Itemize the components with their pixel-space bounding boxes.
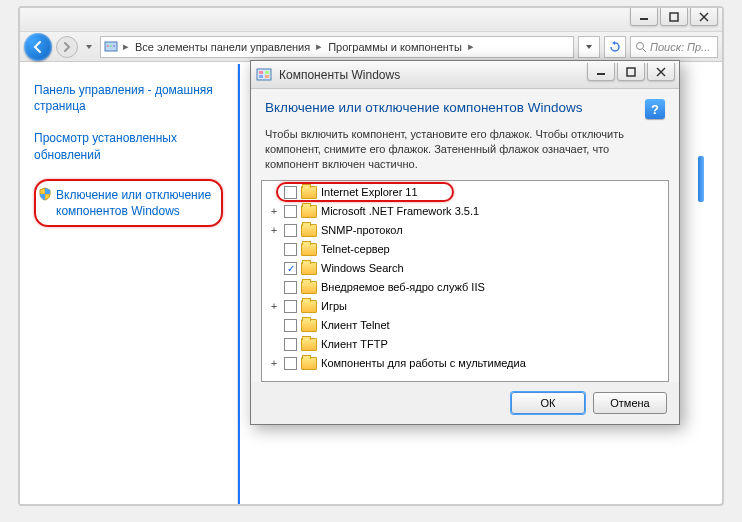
scrollbar-thumb[interactable] xyxy=(698,156,704,202)
svg-rect-16 xyxy=(627,68,635,76)
maximize-button[interactable] xyxy=(660,8,688,26)
breadcrumb-arrow: ▸ xyxy=(121,40,131,53)
folder-icon xyxy=(301,243,317,256)
tree-item-label: SNMP-протокол xyxy=(321,224,403,236)
breadcrumb-dropdown[interactable] xyxy=(578,36,600,58)
expand-toggle[interactable]: + xyxy=(268,206,280,217)
svg-line-3 xyxy=(700,13,708,21)
nav-back-button[interactable] xyxy=(24,33,52,61)
tree-item[interactable]: Клиент TFTP xyxy=(262,335,668,354)
dialog-buttonbar: ОК Отмена xyxy=(251,382,679,424)
search-input[interactable]: Поиск: Пр... xyxy=(630,36,718,58)
search-icon xyxy=(635,41,647,53)
tree-item-label: Игры xyxy=(321,300,347,312)
tree-item-label: Internet Explorer 11 xyxy=(321,186,418,198)
dialog-maximize-button[interactable] xyxy=(617,63,645,81)
dialog-icon xyxy=(255,66,273,84)
folder-icon xyxy=(301,186,317,199)
breadcrumb-arrow: ▸ xyxy=(466,40,476,53)
tree-item[interactable]: +SNMP-протокол xyxy=(262,221,668,240)
shield-icon xyxy=(38,187,52,205)
checkbox[interactable] xyxy=(284,205,297,218)
dialog-heading: Включение или отключение компонентов Win… xyxy=(265,99,637,117)
expand-toggle[interactable]: + xyxy=(268,225,280,236)
tree-item[interactable]: Internet Explorer 11 xyxy=(262,183,668,202)
sidebar: Панель управления - домашняя страница Пр… xyxy=(20,64,238,504)
tree-item-label: Клиент Telnet xyxy=(321,319,390,331)
minimize-button[interactable] xyxy=(630,8,658,26)
tree-item[interactable]: Внедряемое веб-ядро служб IIS xyxy=(262,278,668,297)
dialog-title: Компоненты Windows xyxy=(279,68,400,82)
nav-forward-button[interactable] xyxy=(56,36,78,58)
tree-item-label: Windows Search xyxy=(321,262,404,274)
feature-tree[interactable]: Internet Explorer 11+Microsoft .NET Fram… xyxy=(262,181,668,381)
folder-icon xyxy=(301,357,317,370)
checkbox[interactable] xyxy=(284,243,297,256)
sidebar-link-home[interactable]: Панель управления - домашняя страница xyxy=(34,82,223,114)
ok-button[interactable]: ОК xyxy=(511,392,585,414)
sidebar-link-features-label: Включение или отключение компонентов Win… xyxy=(56,188,211,218)
breadcrumb[interactable]: ▸ Все элементы панели управления ▸ Прогр… xyxy=(100,36,574,58)
tree-item-label: Внедряемое веб-ядро служб IIS xyxy=(321,281,485,293)
svg-rect-1 xyxy=(670,13,678,21)
checkbox[interactable] xyxy=(284,224,297,237)
folder-icon xyxy=(301,300,317,313)
titlebar xyxy=(20,8,722,32)
dialog-minimize-button[interactable] xyxy=(587,63,615,81)
tree-item[interactable]: Клиент Telnet xyxy=(262,316,668,335)
nav-history-dropdown[interactable] xyxy=(82,36,96,58)
checkbox[interactable] xyxy=(284,186,297,199)
sidebar-link-features[interactable]: Включение или отключение компонентов Win… xyxy=(34,179,223,227)
tree-item[interactable]: +Компоненты для работы с мультимедиа xyxy=(262,354,668,373)
features-dialog: Компоненты Windows Включение или отключе… xyxy=(250,60,680,425)
dialog-close-button[interactable] xyxy=(647,63,675,81)
cancel-button[interactable]: Отмена xyxy=(593,392,667,414)
tree-item[interactable]: +Microsoft .NET Framework 3.5.1 xyxy=(262,202,668,221)
control-panel-window: ▸ Все элементы панели управления ▸ Прогр… xyxy=(18,6,724,506)
svg-line-9 xyxy=(643,49,646,52)
folder-icon xyxy=(301,224,317,237)
svg-line-17 xyxy=(657,68,665,76)
breadcrumb-seg-all[interactable]: Все элементы панели управления xyxy=(131,41,314,53)
checkbox[interactable] xyxy=(284,338,297,351)
checkbox[interactable] xyxy=(284,300,297,313)
breadcrumb-seg-programs[interactable]: Программы и компоненты xyxy=(324,41,466,53)
folder-icon xyxy=(301,262,317,275)
svg-point-5 xyxy=(107,45,109,47)
refresh-button[interactable] xyxy=(604,36,626,58)
svg-line-18 xyxy=(657,68,665,76)
checkbox[interactable] xyxy=(284,281,297,294)
folder-icon xyxy=(301,319,317,332)
tree-item[interactable]: Telnet-сервер xyxy=(262,240,668,259)
tree-item-label: Microsoft .NET Framework 3.5.1 xyxy=(321,205,479,217)
svg-line-2 xyxy=(700,13,708,21)
expand-toggle[interactable]: + xyxy=(268,301,280,312)
svg-point-6 xyxy=(110,45,112,47)
tree-item-label: Telnet-сервер xyxy=(321,243,390,255)
help-button[interactable]: ? xyxy=(645,99,665,119)
tree-item[interactable]: +Игры xyxy=(262,297,668,316)
checkbox[interactable]: ✓ xyxy=(284,262,297,275)
svg-rect-10 xyxy=(257,69,271,80)
svg-rect-13 xyxy=(259,75,263,78)
expand-toggle[interactable]: + xyxy=(268,358,280,369)
checkbox[interactable] xyxy=(284,319,297,332)
close-button[interactable] xyxy=(690,8,718,26)
folder-icon xyxy=(301,205,317,218)
sidebar-link-updates[interactable]: Просмотр установленных обновлений xyxy=(34,130,223,162)
svg-rect-14 xyxy=(265,75,269,78)
tree-item-label: Клиент TFTP xyxy=(321,338,388,350)
svg-rect-12 xyxy=(265,71,269,74)
tree-item-label: Компоненты для работы с мультимедиа xyxy=(321,357,526,369)
folder-icon xyxy=(301,281,317,294)
checkbox[interactable] xyxy=(284,357,297,370)
dialog-description: Чтобы включить компонент, установите его… xyxy=(251,123,679,180)
control-panel-icon xyxy=(101,40,121,54)
search-placeholder: Поиск: Пр... xyxy=(650,41,710,53)
dialog-titlebar: Компоненты Windows xyxy=(251,61,679,89)
svg-point-7 xyxy=(113,45,115,47)
svg-point-8 xyxy=(637,42,644,49)
main-area: Компоненты Windows Включение или отключе… xyxy=(238,64,722,504)
breadcrumb-arrow: ▸ xyxy=(314,40,324,53)
tree-item[interactable]: ✓Windows Search xyxy=(262,259,668,278)
